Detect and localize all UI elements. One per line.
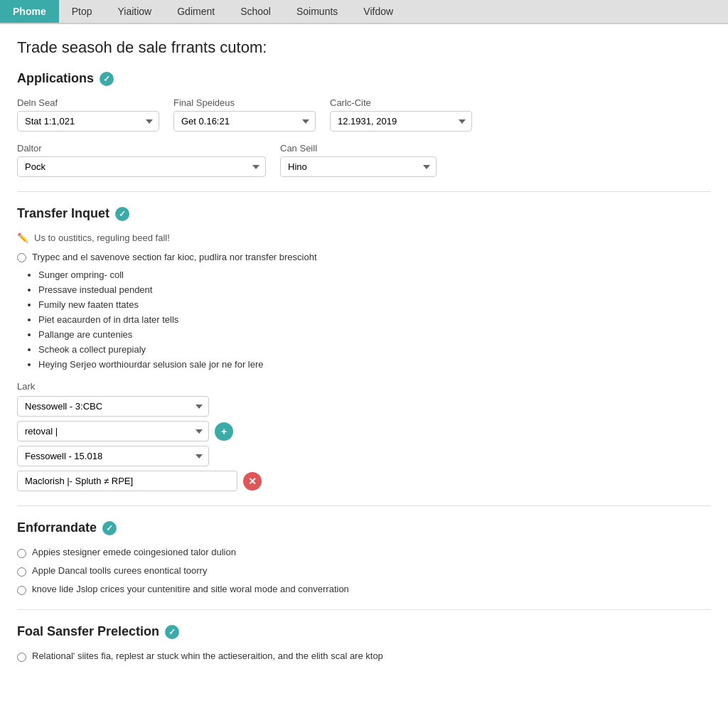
daltor-group: Daltor Pock xyxy=(17,143,266,177)
transfer-radio[interactable] xyxy=(17,253,26,262)
foal-title: Foal Sansfer Prelection xyxy=(17,624,159,639)
lark-row3: Fessowell - 15.018 xyxy=(17,446,711,466)
list-item: Heying Serjeo worthiourdar selusion sale… xyxy=(38,359,711,370)
enforce-option1-text: Appies stesigner emede coingesioned talo… xyxy=(32,547,236,557)
divider2 xyxy=(17,505,711,506)
lark-text-input[interactable] xyxy=(17,471,237,491)
transfer-header: Transfer Inquet ✓ xyxy=(17,206,711,221)
page-title: Trade seasoh de sale frrants cutom: xyxy=(17,38,711,57)
list-item: Pallange are cuntenies xyxy=(38,329,711,340)
applications-row2: Daltor Pock Can Seill Hino xyxy=(17,143,711,177)
transfer-title: Transfer Inquet xyxy=(17,206,109,221)
enforce-option1: Appies stesigner emede coingesioned talo… xyxy=(17,547,711,558)
enforce-radio2[interactable] xyxy=(17,567,26,577)
lark-input-row: ✕ xyxy=(17,471,711,491)
enforce-option2-text: Apple Dancal toolls curees enontical too… xyxy=(32,565,207,576)
transfer-radio-text: Trypec and el savenove section far kioc,… xyxy=(32,252,317,262)
list-item: Scheok a collect purepialy xyxy=(38,344,711,355)
applications-row1: Deln Seaf Stat 1:1,021 Final Speideus Ge… xyxy=(17,97,711,132)
final-speideus-label: Final Speideus xyxy=(173,97,316,108)
list-item: Fumily new faaten ttates xyxy=(38,299,711,310)
lark-label: Lark xyxy=(17,381,711,392)
tab-phome[interactable]: Phome xyxy=(0,0,59,23)
foal-section: Foal Sansfer Prelection ✓ Relational' si… xyxy=(17,624,711,662)
transfer-section: Transfer Inquet ✓ ✏️ Us to oustitics, re… xyxy=(17,206,711,491)
tab-vifdow[interactable]: Vifdow xyxy=(350,0,406,23)
final-speideus-select[interactable]: Get 0.16:21 xyxy=(173,111,316,132)
deln-seaf-label: Deln Seaf xyxy=(17,97,159,108)
carlc-cite-label: Carlc-Cite xyxy=(330,97,472,108)
transfer-radio-row: Trypec and el savenove section far kioc,… xyxy=(17,252,711,262)
main-content: Trade seasoh de sale frrants cutom: Appl… xyxy=(0,24,728,728)
tab-school[interactable]: School xyxy=(228,0,284,23)
divider1 xyxy=(17,191,711,192)
foal-header: Foal Sansfer Prelection ✓ xyxy=(17,624,711,639)
enforce-option3: knove lide Jslop crices your cuntenitire… xyxy=(17,584,711,595)
divider3 xyxy=(17,609,711,610)
transfer-check-icon: ✓ xyxy=(115,207,129,221)
enforce-header: Enforrandate ✓ xyxy=(17,520,711,535)
enforce-title: Enforrandate xyxy=(17,520,97,535)
enforce-radio3[interactable] xyxy=(17,586,26,595)
enforce-section: Enforrandate ✓ Appies stesigner emede co… xyxy=(17,520,711,595)
foal-option1: Relational' siites fia, replest ar stuck… xyxy=(17,651,711,662)
applications-check-icon: ✓ xyxy=(100,72,114,86)
carlc-cite-group: Carlc-Cite 12.1931, 2019 xyxy=(330,97,472,132)
daltor-select[interactable]: Pock xyxy=(17,156,266,177)
enforce-option2: Apple Dancal toolls curees enontical too… xyxy=(17,565,711,577)
transfer-bullet-list: Sunger ompring- coll Pressave instedual … xyxy=(38,269,711,370)
lark-row1: Nessowell - 3:CBC xyxy=(17,396,711,417)
lark-add-button[interactable]: + xyxy=(215,422,233,441)
tab-bar: Phome Ptop Yiaitiow Gdiment School Soimu… xyxy=(0,0,728,24)
carlc-cite-select[interactable]: 12.1931, 2019 xyxy=(330,111,472,132)
tab-gdiment[interactable]: Gdiment xyxy=(164,0,228,23)
foal-radio1[interactable] xyxy=(17,653,26,662)
lark-select2[interactable]: retoval | xyxy=(17,421,209,441)
applications-header: Applications ✓ xyxy=(17,71,711,86)
lark-select3[interactable]: Fessowell - 15.018 xyxy=(17,446,209,466)
foal-option1-text: Relational' siites fia, replest ar stuck… xyxy=(32,651,383,661)
daltor-label: Daltor xyxy=(17,143,266,154)
list-item: Pressave instedual pendent xyxy=(38,284,711,295)
applications-title: Applications xyxy=(17,71,94,86)
deln-seaf-select[interactable]: Stat 1:1,021 xyxy=(17,111,159,132)
lark-remove-button[interactable]: ✕ xyxy=(243,472,262,491)
pencil-icon: ✏️ xyxy=(17,232,28,243)
can-seill-label: Can Seill xyxy=(280,143,437,154)
list-item: Piet eacaurden of in drta later tells xyxy=(38,314,711,325)
enforce-check-icon: ✓ xyxy=(102,521,117,535)
transfer-instruction: ✏️ Us to oustitics, reguling beed fall! xyxy=(17,232,711,243)
can-seill-group: Can Seill Hino xyxy=(280,143,437,177)
deln-seaf-group: Deln Seaf Stat 1:1,021 xyxy=(17,97,159,132)
list-item: Sunger ompring- coll xyxy=(38,269,711,280)
can-seill-select[interactable]: Hino xyxy=(280,156,437,177)
enforce-radio1[interactable] xyxy=(17,549,26,558)
lark-section: Lark Nessowell - 3:CBC retoval | + Fesso… xyxy=(17,381,711,491)
lark-row2: retoval | + xyxy=(17,421,711,441)
final-speideus-group: Final Speideus Get 0.16:21 xyxy=(173,97,316,132)
enforce-option3-text: knove lide Jslop crices your cuntenitire… xyxy=(32,584,349,594)
tab-soimunts[interactable]: Soimunts xyxy=(284,0,350,23)
foal-check-icon: ✓ xyxy=(165,625,179,639)
tab-yiaitiow[interactable]: Yiaitiow xyxy=(105,0,165,23)
tab-ptop[interactable]: Ptop xyxy=(59,0,105,23)
lark-select1[interactable]: Nessowell - 3:CBC xyxy=(17,396,209,417)
